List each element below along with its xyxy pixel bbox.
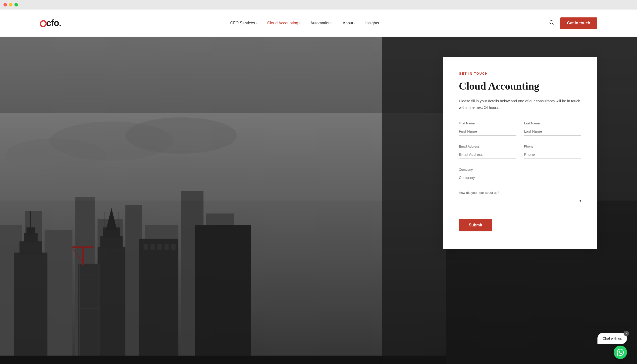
nav-right: Get in touch [548,18,597,29]
first-name-input[interactable] [459,127,516,136]
nav-item-about[interactable]: About ▾ [343,21,355,26]
form-group-last-name: Last Name [524,122,581,136]
form-container: GET IN TOUCH Cloud Accounting Please fil… [0,37,637,364]
email-input[interactable] [459,150,516,159]
nav-link-insights[interactable]: Insights [365,21,379,26]
chevron-down-icon-3: ▾ [332,22,333,24]
form-title: Cloud Accounting [459,80,581,92]
search-icon [549,21,554,26]
page-content: GET IN TOUCH Cloud Accounting Please fil… [0,37,637,364]
form-row-name: First Name Last Name [459,122,581,136]
form-row-contact: Email Address Phone [459,144,581,159]
form-group-company: Company [459,168,581,182]
window-chrome [0,0,637,10]
logo-text: cfo. [46,18,61,28]
email-label: Email Address [459,144,516,148]
whatsapp-icon [617,349,624,356]
nav-link-automation[interactable]: Automation ▾ [310,21,333,26]
chat-label-text: Chat with us [603,336,622,340]
form-group-hear: How did you hear about us? Google Social… [459,191,581,205]
chevron-down-icon-4: ▾ [354,22,355,24]
close-dot[interactable] [4,3,7,6]
search-button[interactable] [548,19,555,27]
phone-input[interactable] [524,150,581,159]
form-description: Please fill in your details below and on… [459,98,581,110]
nav-label-cfo-services: CFO Services [230,21,255,26]
maximize-dot[interactable] [14,3,18,6]
company-input[interactable] [459,174,581,182]
whatsapp-chat-button[interactable] [614,346,627,359]
nav-label-cloud-accounting: Cloud Accounting [267,21,298,26]
nav-label-about: About [343,21,353,26]
nav-links: CFO Services ▾ Cloud Accounting ▾ Automa… [230,21,379,26]
hear-select-wrapper: Google Social Media Referral Other [459,196,581,205]
chat-close-button[interactable]: × [624,331,629,336]
nav-label-automation: Automation [310,21,330,26]
submit-button[interactable]: Submit [459,219,492,232]
hear-select[interactable]: Google Social Media Referral Other [459,196,581,205]
contact-form: First Name Last Name Email Address [459,122,581,232]
first-name-label: First Name [459,122,516,125]
form-card: GET IN TOUCH Cloud Accounting Please fil… [443,57,597,249]
nav-link-cfo-services[interactable]: CFO Services ▾ [230,21,257,26]
logo-circle [40,20,47,27]
nav-link-about[interactable]: About ▾ [343,21,355,26]
company-label: Company [459,168,581,172]
svg-line-1 [553,24,554,24]
get-in-touch-button[interactable]: Get in touch [560,18,597,29]
form-group-phone: Phone [524,144,581,159]
chat-label-container[interactable]: Chat with us × [598,333,627,344]
form-group-first-name: First Name [459,122,516,136]
last-name-label: Last Name [524,122,581,125]
nav-item-cfo-services[interactable]: CFO Services ▾ [230,21,257,26]
nav-item-automation[interactable]: Automation ▾ [310,21,333,26]
submit-label: Submit [469,223,482,227]
chat-bubble[interactable]: Chat with us × [598,333,627,344]
phone-label: Phone [524,144,581,148]
nav-item-insights[interactable]: Insights [365,21,379,26]
last-name-input[interactable] [524,127,581,136]
nav-link-cloud-accounting[interactable]: Cloud Accounting ▾ [267,21,300,26]
chevron-down-icon-2: ▾ [299,22,300,24]
chevron-down-icon: ▾ [256,22,257,24]
logo[interactable]: cfo. [40,18,61,28]
form-group-email: Email Address [459,144,516,159]
nav-label-insights: Insights [365,21,379,26]
get-in-touch-label: Get in touch [567,21,590,25]
form-section-label: GET IN TOUCH [459,72,581,76]
minimize-dot[interactable] [9,3,12,6]
nav-item-cloud-accounting[interactable]: Cloud Accounting ▾ [267,21,300,26]
hear-label: How did you hear about us? [459,191,581,194]
navbar: cfo. CFO Services ▾ Cloud Accounting ▾ A… [0,10,637,37]
